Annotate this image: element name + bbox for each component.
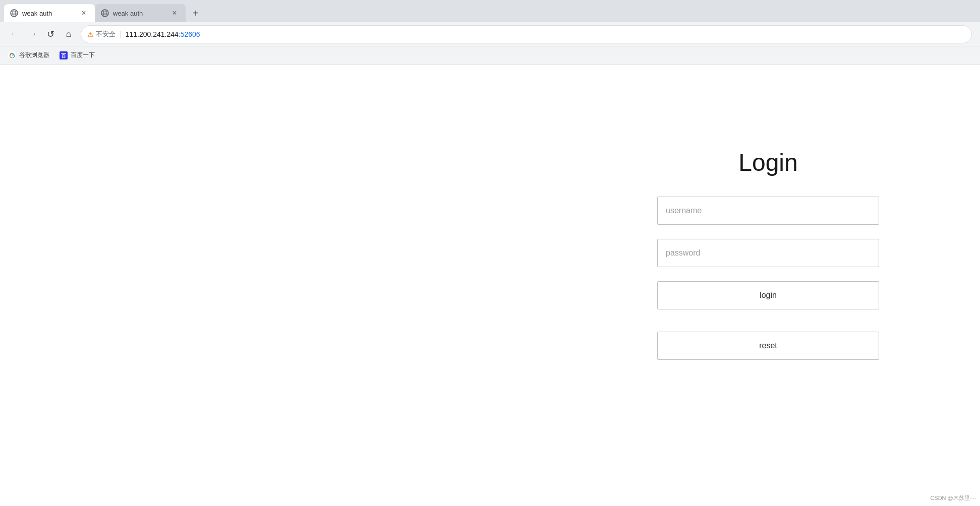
tab-2-favicon [101, 9, 109, 17]
bookmark-google[interactable]: 谷歌浏览器 [4, 49, 53, 61]
toolbar: ← → ↺ ⌂ ⚠ 不安全 | 111.200.241.244:52606 [0, 22, 980, 46]
address-divider: | [120, 30, 122, 38]
browser-frame: weak auth × weak auth × + ← → [0, 0, 980, 506]
address-bar[interactable]: ⚠ 不安全 | 111.200.241.244:52606 [81, 25, 972, 43]
login-title: Login [738, 149, 797, 176]
google-favicon-icon [8, 51, 16, 59]
bookmark-baidu-label: 百度一下 [71, 51, 95, 59]
back-button[interactable]: ← [6, 26, 22, 42]
login-button[interactable]: login [657, 281, 879, 309]
password-group [657, 239, 879, 267]
tab-2[interactable]: weak auth × [95, 4, 186, 22]
forward-button[interactable]: → [24, 26, 40, 42]
bookmarks-bar: 谷歌浏览器 百 百度一下 [0, 46, 980, 65]
tab-1[interactable]: weak auth × [4, 4, 95, 22]
back-icon: ← [10, 29, 19, 39]
baidu-favicon-icon: 百 [60, 51, 68, 59]
username-input[interactable] [657, 197, 879, 225]
reload-icon: ↺ [47, 29, 54, 40]
address-host: 111.200.241.244 [126, 30, 179, 38]
login-form: Login login reset [657, 149, 879, 382]
bookmark-baidu[interactable]: 百 百度一下 [55, 49, 99, 61]
tab-1-favicon [10, 9, 18, 17]
tab-2-title: weak auth [113, 10, 165, 17]
reset-button-group: reset [657, 332, 879, 368]
security-label: 不安全 [96, 30, 116, 39]
svg-text:百: 百 [61, 53, 67, 58]
reset-button[interactable]: reset [657, 332, 879, 360]
login-button-group: login [657, 281, 879, 318]
home-button[interactable]: ⌂ [61, 26, 77, 42]
tab-2-close[interactable]: × [169, 8, 180, 18]
tab-1-close[interactable]: × [79, 8, 89, 18]
tab-1-title: weak auth [22, 10, 75, 17]
reload-button[interactable]: ↺ [42, 26, 59, 42]
new-tab-button[interactable]: + [188, 5, 204, 21]
address-main: 111.200.241.244:52606 [126, 30, 200, 38]
security-warning: ⚠ 不安全 [87, 30, 116, 39]
bookmark-google-label: 谷歌浏览器 [19, 51, 49, 59]
watermark: CSDN @木苏里···· [930, 494, 976, 502]
password-input[interactable] [657, 239, 879, 267]
security-icon: ⚠ [87, 30, 94, 38]
address-port: :52606 [179, 30, 200, 38]
page-content: Login login reset CSDN @木苏里···· [0, 65, 980, 506]
forward-icon: → [28, 29, 37, 39]
tab-bar: weak auth × weak auth × + [0, 0, 980, 22]
username-group [657, 197, 879, 225]
home-icon: ⌂ [66, 29, 72, 39]
